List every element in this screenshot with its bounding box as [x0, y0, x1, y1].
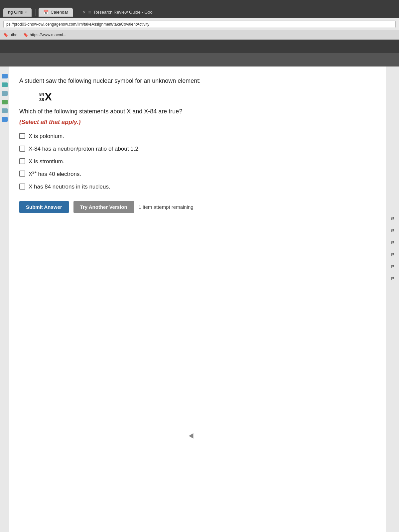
tab-calendar-label: Calendar — [51, 10, 68, 15]
option-item-3: X is strontium. — [19, 158, 372, 166]
sidebar-indicator-3 — [2, 91, 8, 96]
option-item-4: X2+ has 40 electrons. — [19, 170, 372, 178]
submit-answer-button[interactable]: Submit Answer — [19, 201, 69, 213]
tab-separator — [36, 9, 36, 16]
bookmark-icon-2: 🔖 — [23, 33, 28, 37]
buttons-row: Submit Answer Try Another Version 1 item… — [19, 201, 372, 213]
mass-number: 84 — [39, 92, 44, 97]
option-text-4: X2+ has 40 electrons. — [29, 170, 81, 178]
attempt-remaining-text: 1 item attempt remaining — [139, 204, 194, 210]
bookmark-label-1: uthe... — [10, 33, 21, 37]
element-symbol: X — [45, 91, 52, 103]
toolbar-strip — [0, 53, 399, 66]
tab-calendar[interactable]: 📅 Calendar — [39, 8, 73, 17]
nuclear-symbol-block: 84 38 X — [39, 91, 372, 103]
options-list: X is polonium. X-84 has a neutron/proton… — [19, 132, 372, 191]
tab-extra-area: × ≡ Research Review Guide - Goo — [83, 9, 153, 15]
sidebar-indicator-5 — [2, 108, 8, 113]
question-intro: A student saw the following nuclear symb… — [19, 76, 372, 85]
mass-atomic: 84 38 — [39, 92, 44, 102]
bookmarks-bar: 🔖 uthe... 🔖 https://www.macmi... — [0, 30, 399, 40]
bookmark-item-uthe[interactable]: 🔖 uthe... — [3, 33, 21, 37]
question-area: A student saw the following nuclear symb… — [9, 66, 386, 532]
option-checkbox-4[interactable] — [19, 171, 25, 177]
option-text-5: X has 84 neutrons in its nucleus. — [29, 183, 110, 191]
atomic-number: 38 — [39, 97, 44, 102]
browser-chrome: ng Girls × 📅 Calendar × ≡ Research Revie… — [0, 0, 399, 53]
right-sidebar: pt pt pt pt pt pt — [386, 66, 399, 532]
pt-label-1: pt — [391, 216, 394, 220]
option-item-2: X-84 has a neutron/proton ratio of about… — [19, 145, 372, 153]
tab-research-icon: ≡ — [88, 9, 91, 15]
tab-calendar-icon: 📅 — [43, 10, 49, 15]
option-item-5: X has 84 neutrons in its nucleus. — [19, 183, 372, 191]
tab-x-button[interactable]: × — [83, 10, 85, 15]
left-sidebar — [0, 66, 9, 532]
pt-label-4: pt — [391, 252, 394, 256]
address-bar[interactable]: ps://prod03-cnow-owl.cengagenow.com/ilrn… — [3, 21, 396, 28]
option-text-1: X is polonium. — [29, 132, 64, 140]
option-checkbox-3[interactable] — [19, 158, 25, 164]
option-checkbox-2[interactable] — [19, 146, 25, 152]
bottom-area — [19, 233, 372, 300]
tab-bar: ng Girls × 📅 Calendar × ≡ Research Revie… — [0, 0, 399, 18]
option-item-1: X is polonium. — [19, 132, 372, 140]
bookmark-icon-1: 🔖 — [3, 33, 8, 37]
option-text-3: X is strontium. — [29, 158, 65, 166]
sidebar-indicator-4 — [2, 100, 8, 104]
tab-ng-girls[interactable]: ng Girls × — [3, 8, 32, 17]
main-content: A student saw the following nuclear symb… — [0, 66, 399, 532]
address-bar-row: ps://prod03-cnow-owl.cengagenow.com/ilrn… — [0, 18, 399, 30]
pt-label-6: pt — [391, 276, 394, 280]
option-checkbox-5[interactable] — [19, 184, 25, 190]
try-another-version-button[interactable]: Try Another Version — [73, 201, 134, 213]
bookmark-item-macmi[interactable]: 🔖 https://www.macmi... — [23, 33, 66, 37]
sidebar-indicator-1 — [2, 74, 8, 78]
tab-ng-girls-label: ng Girls — [8, 10, 23, 15]
sidebar-indicator-6 — [2, 117, 8, 122]
tab-close-icon[interactable]: × — [25, 10, 27, 14]
pt-label-5: pt — [391, 264, 394, 268]
select-all-text: (Select all that apply.) — [19, 119, 372, 126]
sidebar-indicator-2 — [2, 82, 8, 87]
pt-label-2: pt — [391, 228, 394, 232]
option-checkbox-1[interactable] — [19, 133, 25, 139]
option-text-2: X-84 has a neutron/proton ratio of about… — [29, 145, 140, 153]
bookmark-label-2: https://www.macmi... — [30, 33, 66, 37]
tab-research-label[interactable]: Research Review Guide - Goo — [94, 10, 153, 15]
pt-label-3: pt — [391, 240, 394, 244]
which-text: Which of the following statements about … — [19, 107, 372, 116]
